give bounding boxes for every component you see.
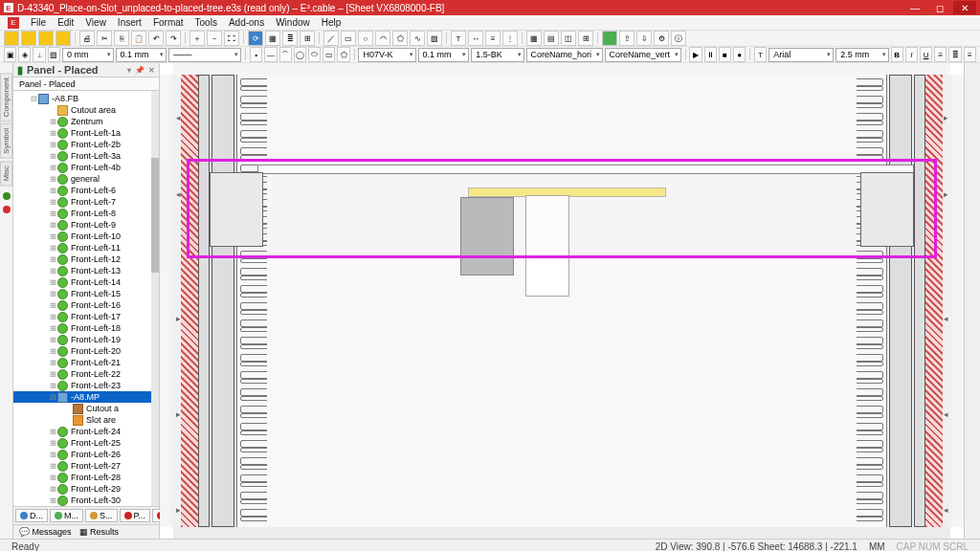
linestyle-dropdown[interactable]: ─── [168,48,241,62]
bottom-tab[interactable]: S... [85,509,118,522]
tree-item[interactable]: ⊞general [13,173,159,185]
tree-item[interactable]: ⊞Front-Left-25 [13,437,159,449]
expand-icon[interactable]: ⊞ [48,428,57,436]
tree-item[interactable]: ⊞Zentrum [13,116,159,127]
menu-help[interactable]: Help [322,17,342,28]
stop-icon[interactable]: ■ [719,47,731,62]
expand-icon[interactable]: ⊞ [48,336,57,344]
fontsize-dropdown[interactable]: 2.5 mm [835,48,888,62]
tree-item[interactable]: ⊞Front-Left-15 [13,288,159,299]
new-icon[interactable] [4,31,19,46]
close-button[interactable]: ✕ [953,1,976,14]
align-center-button[interactable]: ≣ [948,47,961,62]
font-dropdown[interactable]: Arial [768,48,834,62]
expand-icon[interactable]: ⊞ [48,439,57,448]
tree-item[interactable]: ⊞Front-Left-21 [13,357,159,368]
table-icon[interactable]: ▦ [526,31,542,46]
spline-icon[interactable]: ∿ [410,31,425,46]
tree-item[interactable]: ⊞Front-Left-27 [13,460,159,472]
expand-icon[interactable]: ⊞ [48,198,57,207]
nav-right-arrow-5[interactable]: ◂ [941,505,950,515]
zoom-fit-icon[interactable]: ⛶ [224,31,239,46]
line-icon[interactable]: ／ [323,31,339,46]
nav-left-arrow-4[interactable]: ▸ [173,409,183,419]
tree-item[interactable]: ⊞Front-Left-22 [13,368,159,380]
select-icon[interactable]: ▣ [4,47,16,62]
print-icon[interactable]: 🖨 [79,31,95,46]
panel-close-icon[interactable]: ✕ [148,66,155,75]
arc-icon[interactable]: ◠ [375,31,390,46]
expand-icon[interactable]: ⊞ [48,232,57,241]
menu-edit[interactable]: Edit [57,17,74,28]
nav-left-arrow-2[interactable]: ◂ [173,189,183,199]
expand-icon[interactable]: ⊟ [48,393,57,402]
expand-icon[interactable]: ⊞ [48,370,57,379]
nav-left-arrow-1[interactable]: ◂ [173,113,183,122]
play-icon[interactable]: ▶ [689,47,702,62]
hatch2-icon[interactable]: ▨ [48,47,60,62]
corename-v-dropdown[interactable]: CoreName_vert [605,48,681,62]
import-icon[interactable]: ⇩ [636,31,652,46]
save-icon[interactable] [38,31,54,46]
right-collapsed-panel[interactable] [964,63,980,539]
export-icon[interactable]: ⇪ [619,31,635,46]
expand-icon[interactable]: ⊞ [48,164,57,172]
footer-messages[interactable]: 💬 Messages [19,527,72,537]
expand-icon[interactable]: ⊞ [48,462,57,471]
expand-icon[interactable]: ⊞ [48,118,57,126]
text-icon[interactable]: T [451,31,466,46]
footer-results[interactable]: ▦ Results [79,527,120,537]
settings-icon[interactable]: ⚙ [654,31,669,46]
expand-icon[interactable]: ⊞ [48,359,57,367]
menu-file[interactable]: File [31,17,46,28]
text2-icon[interactable]: T [754,47,767,62]
align-left-button[interactable]: ≡ [934,47,947,62]
line-width-dropdown[interactable]: 0 mm [62,48,114,62]
pause-icon[interactable]: ⏸ [704,47,717,62]
cross-section-dropdown[interactable]: 1.5-BK [471,48,523,62]
refresh-icon[interactable]: ⟳ [248,31,263,46]
tree-item[interactable]: ⊞Front-Left-16 [13,299,159,311]
tree-item[interactable]: ⊞Front-Left-29 [13,483,159,495]
side-tab-symbol[interactable]: Symbol [0,123,12,159]
line2-icon[interactable]: — [264,47,277,62]
tree-item[interactable]: ⊞Front-Left-30 [13,495,159,506]
corename-h-dropdown[interactable]: CoreName_hori [526,48,603,62]
tree-item[interactable]: ⊞Front-Left-20 [13,345,159,357]
expand-icon[interactable]: ⊞ [48,278,57,287]
maximize-button[interactable]: ◻ [928,1,951,14]
window-icon[interactable]: ◫ [561,31,576,46]
expand-icon[interactable]: ⊞ [48,244,57,253]
copy-icon[interactable]: ⎘ [114,31,129,46]
measure-icon[interactable]: ⟂ [33,47,45,62]
tree-item[interactable]: ⊟-A8.FB [13,93,159,104]
tree-item[interactable]: ⊞Front-Left-18 [13,322,159,334]
layers-icon[interactable]: ≣ [282,31,298,46]
menu-tools[interactable]: Tools [195,17,217,28]
open-icon[interactable] [21,31,36,46]
tree-item[interactable]: ⊞Front-Left-12 [13,253,159,265]
app-menu-icon[interactable]: E [8,17,19,29]
tree-item[interactable]: ⊞Front-Left-3a [13,150,159,162]
drawing-canvas[interactable]: ◂ ▸ ◂ ▸ ▸ ◂ ▸ ◂ ▸ ◂ ↖ [160,63,964,539]
paste-icon[interactable]: 📋 [131,31,146,46]
menu-view[interactable]: View [85,17,106,28]
tree-item[interactable]: ⊞Front-Left-10 [13,231,159,242]
nav-right-arrow-2[interactable]: ▸ [941,189,950,199]
expand-icon[interactable]: ⊞ [48,301,57,310]
expand-icon[interactable]: ⊞ [48,290,57,298]
tile-icon[interactable]: ⊞ [578,31,593,46]
tree-item[interactable]: Cutout area [13,104,159,116]
rect2-icon[interactable]: ▭ [323,47,335,62]
bold-button[interactable]: B [891,47,903,62]
tree-item[interactable]: ⊞Front-Left-9 [13,219,159,231]
tree-view[interactable]: ⊟-A8.FBCutout area⊞Zentrum⊞Front-Left-1a… [13,91,159,506]
gap-dropdown[interactable]: 0.1 mm [116,48,167,62]
hatch-icon[interactable]: ▨ [427,31,442,46]
distribute-icon[interactable]: ⋮ [502,31,518,46]
poly-icon[interactable]: ⬠ [392,31,408,46]
tree-item[interactable]: Cutout a [13,403,159,414]
menu-window[interactable]: Window [276,17,310,28]
record-icon[interactable]: ● [733,47,746,62]
horizontal-scrollbar[interactable] [173,527,950,539]
